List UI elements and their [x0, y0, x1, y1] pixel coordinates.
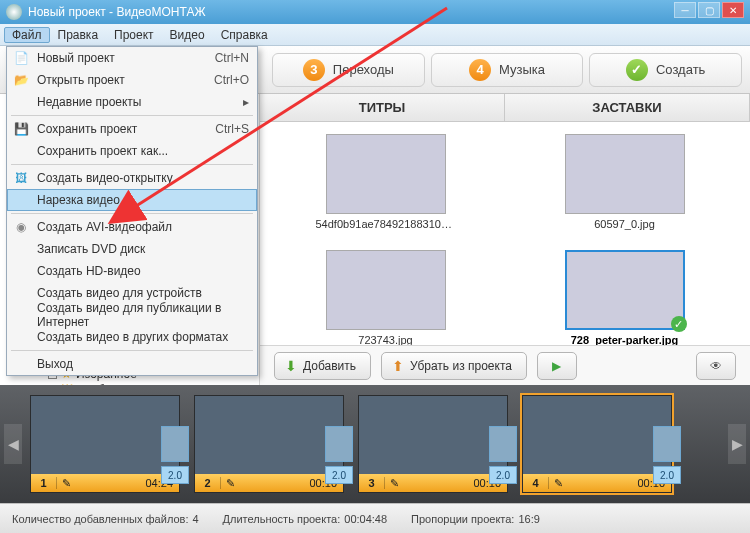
- thumb-image-2: [565, 134, 685, 214]
- menu-bar: Файл Правка Проект Видео Справка: [0, 24, 750, 46]
- menu-open-project[interactable]: 📂Открыть проектCtrl+O: [7, 69, 257, 91]
- menu-create-other[interactable]: Создать видео в других форматах: [7, 326, 257, 348]
- menu-video[interactable]: Видео: [162, 27, 213, 43]
- step-label-music: Музыка: [499, 62, 545, 77]
- step-create[interactable]: Создать: [589, 53, 742, 87]
- transition-thumb-1[interactable]: [161, 426, 189, 462]
- tabs-row: ТИТРЫ ЗАСТАВКИ: [260, 94, 750, 122]
- edit-icon[interactable]: ✎: [221, 477, 239, 490]
- remove-button[interactable]: ⬆Убрать из проекта: [381, 352, 527, 380]
- menu-project[interactable]: Проект: [106, 27, 162, 43]
- transition-tag-2: 2.0: [325, 466, 353, 484]
- arrow-down-icon: ⬇: [285, 358, 297, 374]
- thumb-image-3: [326, 250, 446, 330]
- transition-tag-3: 2.0: [489, 466, 517, 484]
- edit-icon[interactable]: ✎: [57, 477, 75, 490]
- transition-tag-1: 2.0: [161, 466, 189, 484]
- thumb-image-4: ✓: [565, 250, 685, 330]
- thumb-4[interactable]: ✓ 728_peter-parker.jpg: [515, 250, 734, 345]
- close-button[interactable]: ✕: [722, 2, 744, 18]
- thumb-caption-3: 723743.jpg: [358, 334, 412, 345]
- edit-icon[interactable]: ✎: [549, 477, 567, 490]
- timeline-prev[interactable]: ◀: [4, 424, 22, 464]
- menu-file[interactable]: Файл: [4, 27, 50, 43]
- submenu-arrow-icon: ▸: [243, 95, 249, 109]
- menu-burn-dvd[interactable]: Записать DVD диск: [7, 238, 257, 260]
- new-icon: 📄: [13, 50, 29, 66]
- disc-icon: ◉: [13, 219, 29, 235]
- timeline: ◀ 2.0 1✎04:24 2.0 2✎00:10 2.0 3✎00:10 2.…: [0, 385, 750, 503]
- transition-thumb-2[interactable]: [325, 426, 353, 462]
- tab-splash[interactable]: ЗАСТАВКИ: [505, 94, 750, 121]
- step-badge-4: 4: [469, 59, 491, 81]
- transition-thumb-3[interactable]: [489, 426, 517, 462]
- menu-save-project[interactable]: 💾Сохранить проектCtrl+S: [7, 118, 257, 140]
- eye-icon: 👁: [710, 359, 722, 373]
- preview-button[interactable]: 👁: [696, 352, 736, 380]
- step-label-create: Создать: [656, 62, 705, 77]
- menu-create-internet[interactable]: Создать видео для публикации в Интернет: [7, 304, 257, 326]
- play-icon: ▶: [552, 359, 561, 373]
- status-bar: Количество добавленных файлов: 4 Длитель…: [0, 503, 750, 533]
- transition-thumb-4[interactable]: [653, 426, 681, 462]
- step-badge-check: [626, 59, 648, 81]
- menu-create-hd[interactable]: Создать HD-видео: [7, 260, 257, 282]
- app-icon: [6, 4, 22, 20]
- clip-3[interactable]: 2.0 3✎00:10: [358, 395, 508, 493]
- postcard-icon: 🖼: [13, 170, 29, 186]
- menu-save-as[interactable]: Сохранить проект как...: [7, 140, 257, 162]
- thumb-image-1: [326, 134, 446, 214]
- open-icon: 📂: [13, 72, 29, 88]
- window-title: Новый проект - ВидеоМОНТАЖ: [28, 5, 206, 19]
- status-aspect-label: Пропорции проекта:: [411, 513, 514, 525]
- menu-edit[interactable]: Правка: [50, 27, 107, 43]
- check-icon: ✓: [671, 316, 687, 332]
- clip-image-3: [359, 396, 507, 474]
- title-bar: Новый проект - ВидеоМОНТАЖ ─ ▢ ✕: [0, 0, 750, 24]
- add-button[interactable]: ⬇Добавить: [274, 352, 371, 380]
- status-duration-label: Длительность проекта:: [223, 513, 341, 525]
- right-panel: ТИТРЫ ЗАСТАВКИ 54df0b91ae78492188310ae.j…: [260, 94, 750, 385]
- menu-video-cut[interactable]: Нарезка видео: [7, 189, 257, 211]
- clip-image-1: [31, 396, 179, 474]
- edit-icon[interactable]: ✎: [385, 477, 403, 490]
- arrow-up-icon: ⬆: [392, 358, 404, 374]
- menu-help[interactable]: Справка: [213, 27, 276, 43]
- action-bar: ⬇Добавить ⬆Убрать из проекта ▶ 👁: [260, 345, 750, 385]
- status-duration-value: 00:04:48: [344, 513, 387, 525]
- step-music[interactable]: 4 Музыка: [431, 53, 584, 87]
- thumb-3[interactable]: 723743.jpg: [276, 250, 495, 345]
- step-badge-3: 3: [303, 59, 325, 81]
- menu-create-avi[interactable]: ◉Создать AVI-видеофайл: [7, 216, 257, 238]
- thumb-2[interactable]: 60597_0.jpg: [515, 134, 734, 244]
- play-button[interactable]: ▶: [537, 352, 577, 380]
- minimize-button[interactable]: ─: [674, 2, 696, 18]
- timeline-next[interactable]: ▶: [728, 424, 746, 464]
- thumb-1[interactable]: 54df0b91ae78492188310ae.jpg: [276, 134, 495, 244]
- menu-exit[interactable]: Выход: [7, 353, 257, 375]
- menu-recent-projects[interactable]: Недавние проекты▸: [7, 91, 257, 113]
- step-transitions[interactable]: 3 Переходы: [272, 53, 425, 87]
- clip-1[interactable]: 2.0 1✎04:24: [30, 395, 180, 493]
- thumb-caption-2: 60597_0.jpg: [594, 218, 655, 230]
- gallery: 54df0b91ae78492188310ae.jpg 60597_0.jpg …: [260, 122, 750, 345]
- clip-image-2: [195, 396, 343, 474]
- clip-2[interactable]: 2.0 2✎00:10: [194, 395, 344, 493]
- thumb-caption-4: 728_peter-parker.jpg: [571, 334, 679, 345]
- clip-image-4: [523, 396, 671, 474]
- tab-titles[interactable]: ТИТРЫ: [260, 94, 505, 121]
- file-menu-dropdown: 📄Новый проектCtrl+N 📂Открыть проектCtrl+…: [6, 46, 258, 376]
- status-count-value: 4: [192, 513, 198, 525]
- menu-video-postcard[interactable]: 🖼Создать видео-открытку: [7, 167, 257, 189]
- menu-new-project[interactable]: 📄Новый проектCtrl+N: [7, 47, 257, 69]
- transition-tag-4: 2.0: [653, 466, 681, 484]
- maximize-button[interactable]: ▢: [698, 2, 720, 18]
- thumb-caption-1: 54df0b91ae78492188310ae.jpg: [316, 218, 456, 230]
- clip-4[interactable]: 2.0 4✎00:10: [522, 395, 672, 493]
- status-count-label: Количество добавленных файлов:: [12, 513, 188, 525]
- status-aspect-value: 16:9: [518, 513, 539, 525]
- step-label-transitions: Переходы: [333, 62, 394, 77]
- save-icon: 💾: [13, 121, 29, 137]
